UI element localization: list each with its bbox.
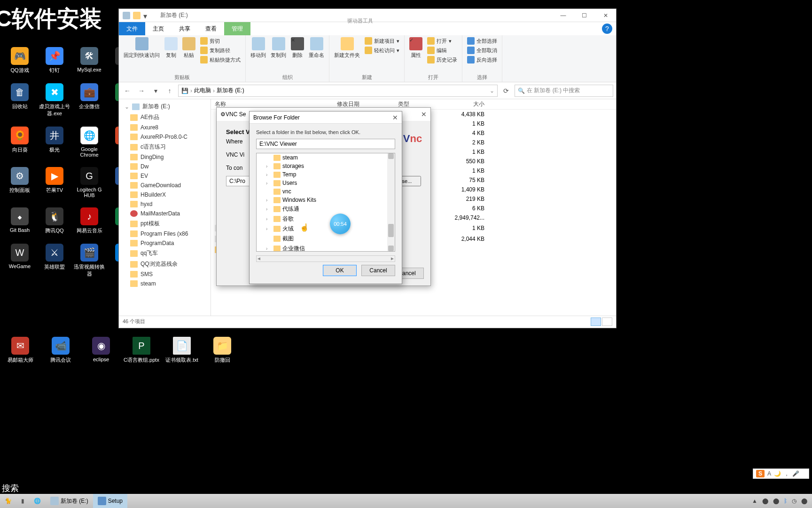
desktop-icon[interactable]: 井极光: [37, 127, 72, 158]
help-button[interactable]: ?: [602, 24, 612, 34]
tree-folder[interactable]: ›谷歌: [257, 214, 395, 224]
maximize-button[interactable]: ☐: [574, 9, 595, 22]
minimize-button[interactable]: —: [553, 9, 574, 22]
expand-icon[interactable]: ›: [266, 216, 272, 222]
view-details-button[interactable]: [591, 318, 601, 326]
tab-home[interactable]: 主页: [145, 22, 172, 35]
desktop-icon[interactable]: 🐧腾讯QQ: [37, 207, 72, 234]
nav-folder[interactable]: AE作品: [119, 112, 211, 123]
ime-moon-icon[interactable]: 🌙: [774, 470, 781, 477]
refresh-button[interactable]: ⟳: [500, 85, 512, 96]
up-button[interactable]: ↑: [164, 85, 175, 96]
tab-view[interactable]: 查看: [198, 22, 224, 35]
rename-button[interactable]: 重命名: [309, 37, 324, 59]
tray-icon[interactable]: ⬤: [801, 498, 807, 504]
nav-folder[interactable]: Dw: [119, 162, 211, 171]
expand-icon[interactable]: ›: [266, 226, 272, 231]
tree-folder[interactable]: ›storages: [257, 162, 395, 170]
navigation-pane[interactable]: ⌄新加卷 (E:) AE作品Axure8AxureRP-Pro8.0-Cc语言练…: [119, 99, 211, 316]
tray-icon[interactable]: ◷: [792, 498, 796, 504]
newfolder-button[interactable]: 新建文件夹: [334, 37, 360, 59]
nav-folder[interactable]: QQ浏览器残余: [119, 259, 211, 270]
breadcrumb-pc[interactable]: 此电脑: [194, 87, 211, 95]
nav-folder[interactable]: Program Files (x86: [119, 229, 211, 238]
col-size[interactable]: 大小: [446, 100, 488, 108]
tree-folder[interactable]: ›Users: [257, 179, 395, 187]
ime-comma-icon[interactable]: ，: [784, 470, 789, 478]
desktop-icon[interactable]: ♪网易云音乐: [72, 207, 107, 234]
system-tray[interactable]: ▲ ⬤ ⬤ ᛒ ◷ ⬤: [752, 498, 812, 504]
nav-folder[interactable]: MailMasterData: [119, 209, 211, 218]
taskbar-setup[interactable]: Setup: [93, 494, 127, 508]
tree-folder[interactable]: ›代练通: [257, 204, 395, 214]
tree-folder[interactable]: ›Temp: [257, 170, 395, 179]
desktop-icon[interactable]: ▶芒果TV: [37, 167, 72, 198]
desktop-icon[interactable]: 🗑回收站: [2, 83, 37, 117]
tray-bluetooth-icon[interactable]: ᛒ: [784, 498, 787, 504]
invert-button[interactable]: 反向选择: [467, 56, 497, 64]
nav-folder[interactable]: Axure8: [119, 123, 211, 132]
forward-button[interactable]: →: [136, 85, 147, 96]
taskbar-unknown[interactable]: ▮: [16, 494, 29, 508]
cut-button[interactable]: 剪切: [200, 37, 241, 45]
history-dropdown[interactable]: ▾: [150, 85, 161, 96]
nav-folder[interactable]: HBuilderX: [119, 190, 211, 199]
folder-path-input[interactable]: [256, 139, 395, 149]
nav-folder[interactable]: qq飞车: [119, 248, 211, 259]
moveto-button[interactable]: 移动到: [250, 37, 266, 59]
desktop-icon[interactable]: ⚔英雄联盟: [37, 244, 72, 278]
copypath-button[interactable]: 复制路径: [200, 47, 241, 54]
tray-icon[interactable]: ⬤: [762, 498, 768, 504]
breadcrumb[interactable]: 💾 › 此电脑 › 新加卷 (E:) ⌄: [178, 85, 498, 97]
tab-manage[interactable]: 管理: [224, 22, 250, 35]
desktop-icon[interactable]: 💼企业微信: [72, 83, 107, 117]
ok-button[interactable]: OK: [323, 265, 357, 276]
tab-contextual[interactable]: 驱动器工具: [340, 17, 381, 24]
pasteshortcut-button[interactable]: 粘贴快捷方式: [200, 56, 241, 64]
scroll-down[interactable]: [388, 246, 394, 251]
desktop-icon[interactable]: ⚙控制面板: [2, 167, 37, 198]
desktop-icon[interactable]: 📄证书领取表.txt: [162, 337, 202, 364]
selectnone-button[interactable]: 全部取消: [467, 47, 497, 54]
pin-button[interactable]: 固定到快速访问: [124, 37, 160, 59]
desktop-icon[interactable]: WWeGame: [2, 244, 37, 278]
tree-folder[interactable]: steam: [257, 153, 395, 162]
desktop-icon[interactable]: ✖虚贝游戏上号器.exe: [37, 83, 72, 117]
selectall-button[interactable]: 全部选择: [467, 37, 497, 45]
properties-button[interactable]: ✓属性: [409, 37, 422, 59]
scrollbar[interactable]: [387, 153, 395, 251]
scroll-thumb[interactable]: [388, 224, 394, 237]
desktop-icon[interactable]: 📁防撤回: [202, 337, 242, 364]
delete-button[interactable]: ✕删除: [291, 37, 304, 59]
nav-folder[interactable]: EV: [119, 171, 211, 181]
nav-folder[interactable]: SMS: [119, 270, 211, 279]
nav-folder[interactable]: hyxd: [119, 199, 211, 209]
tree-folder[interactable]: vnc: [257, 187, 395, 196]
copyto-button[interactable]: 复制到: [271, 37, 286, 59]
nav-drive[interactable]: ⌄新加卷 (E:): [119, 101, 211, 112]
newitem-button[interactable]: 新建项目▾: [365, 37, 399, 45]
desktop-icon[interactable]: 📌钉钉: [37, 47, 72, 74]
close-button[interactable]: ✕: [392, 114, 398, 121]
ime-bar[interactable]: S A 🌙 ， 🎤: [753, 468, 809, 479]
back-button[interactable]: ←: [122, 85, 133, 96]
ime-mic-icon[interactable]: 🎤: [792, 470, 799, 477]
expand-icon[interactable]: ›: [266, 181, 272, 186]
history-button[interactable]: 历史记录: [427, 56, 457, 64]
ime-a[interactable]: A: [767, 470, 771, 477]
folder-icon[interactable]: [133, 12, 141, 19]
ime-s[interactable]: S: [756, 470, 765, 477]
expand-icon[interactable]: ›: [266, 164, 272, 169]
nav-folder[interactable]: ProgramData: [119, 238, 211, 248]
nav-folder[interactable]: c语言练习: [119, 142, 211, 152]
expand-icon[interactable]: ›: [266, 246, 272, 251]
desktop-icon[interactable]: ✉易邮箱大师: [0, 337, 40, 364]
tree-folder[interactable]: ›火绒: [257, 224, 395, 234]
folder-tree[interactable]: steam›storages›Temp›Usersvnc›Windows Kit…: [256, 153, 395, 252]
desktop-icon[interactable]: 🛠MySql.exe: [72, 47, 107, 74]
open-button[interactable]: 打开▾: [427, 37, 457, 45]
nav-folder[interactable]: ppt模板: [119, 218, 211, 229]
tab-file[interactable]: 文件: [119, 22, 145, 35]
desktop-icon[interactable]: 🌐Google Chrome: [72, 127, 107, 158]
expand-icon[interactable]: ›: [266, 198, 272, 203]
